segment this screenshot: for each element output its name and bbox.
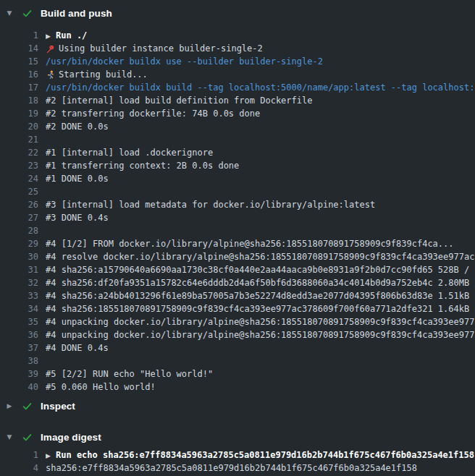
log-section-image-digest: ▼ Image digest 1 ▶Run echo sha256:e7ff88…: [0, 429, 475, 475]
line-number[interactable]: 34: [0, 302, 38, 315]
log-text: ▶Run echo sha256:e7ff8834a5963a2785c5a08…: [46, 449, 475, 462]
log-text: #5 0.060 Hello world!: [46, 381, 475, 394]
line-number[interactable]: 31: [0, 263, 38, 276]
log-text: #4 unpacking docker.io/library/alpine@sh…: [46, 315, 475, 328]
log-line[interactable]: 4 sha256:e7ff8834a5963a2785c5a0811e979d1…: [0, 462, 475, 475]
log-line[interactable]: 14 Using builder instance builder-single…: [0, 42, 475, 55]
success-check-icon: [22, 8, 33, 19]
log-line[interactable]: 36 #4 unpacking docker.io/library/alpine…: [0, 328, 475, 341]
log-line[interactable]: 18 #2 [internal] load build definition f…: [0, 94, 475, 107]
line-number[interactable]: 30: [0, 250, 38, 263]
line-number[interactable]: 27: [0, 211, 38, 224]
log-line[interactable]: 16 Starting build...: [0, 68, 475, 81]
line-number[interactable]: 17: [0, 81, 38, 94]
log-line[interactable]: 29 #4 [1/2] FROM docker.io/library/alpin…: [0, 237, 475, 250]
log-line[interactable]: 39 #5 [2/2] RUN echo "Hello world!": [0, 367, 475, 381]
line-number[interactable]: 4: [0, 462, 38, 475]
log-text: #1 [internal] load .dockerignore: [46, 146, 475, 159]
line-number[interactable]: 19: [0, 107, 38, 120]
log-text: #4 sha256:a24bb4013296f61e89ba57005a7b3e…: [46, 289, 475, 302]
section-header[interactable]: ▼ Build and push: [0, 5, 475, 21]
log-text: #4 sha256:185518070891758909c9f839cf4ca3…: [46, 302, 475, 315]
log-message-text: Starting build...: [59, 69, 148, 80]
log-line[interactable]: 35 #4 unpacking docker.io/library/alpine…: [0, 315, 475, 328]
log-line[interactable]: 30 #4 resolve docker.io/library/alpine@s…: [0, 250, 475, 263]
log-text: [46, 224, 475, 237]
line-number[interactable]: 16: [0, 68, 38, 81]
line-number[interactable]: 24: [0, 172, 38, 185]
log-section-inspect: ▶ Inspect: [0, 398, 475, 414]
line-number[interactable]: 35: [0, 315, 38, 328]
log-text: #3 [internal] load metadata for docker.i…: [46, 198, 475, 211]
log-text: /usr/bin/docker buildx build --tag local…: [46, 81, 475, 94]
line-number[interactable]: 25: [0, 185, 38, 198]
section-header[interactable]: ▶ Inspect: [0, 398, 475, 414]
log-text: #4 unpacking docker.io/library/alpine@sh…: [46, 328, 475, 341]
log-line[interactable]: 40 #5 0.060 Hello world!: [0, 381, 475, 394]
expand-group-icon[interactable]: ▶: [46, 30, 56, 42]
log-line[interactable]: 25: [0, 185, 475, 198]
log-line[interactable]: 1 ▶Run echo sha256:e7ff8834a5963a2785c5a…: [0, 449, 475, 462]
section-chevron-icon[interactable]: ▶: [6, 398, 13, 414]
expand-group-icon[interactable]: ▶: [46, 449, 56, 462]
line-number[interactable]: 1: [0, 29, 38, 42]
log-block: 1 ▶Run echo sha256:e7ff8834a5963a2785c5a…: [0, 445, 475, 475]
log-line[interactable]: 20 #2 DONE 0.0s: [0, 120, 475, 133]
log-message-text: Using builder instance builder-single-2: [59, 43, 263, 54]
runner-icon: [46, 69, 59, 82]
log-text: #4 [1/2] FROM docker.io/library/alpine@s…: [46, 237, 475, 250]
log-text: Starting build...: [46, 68, 475, 81]
line-number[interactable]: 1: [0, 449, 38, 462]
line-number[interactable]: 36: [0, 328, 38, 341]
section-chevron-icon[interactable]: ▼: [6, 429, 13, 445]
log-line[interactable]: 31 #4 sha256:a15790640a6690aa1730c38cf0a…: [0, 263, 475, 276]
log-text: #2 transferring dockerfile: 74B 0.0s don…: [46, 107, 475, 120]
line-number[interactable]: 18: [0, 94, 38, 107]
log-text: #2 DONE 0.0s: [46, 120, 475, 133]
line-number[interactable]: 23: [0, 159, 38, 172]
line-number[interactable]: 28: [0, 224, 38, 237]
line-number[interactable]: 29: [0, 237, 38, 250]
log-text: #2 [internal] load build definition from…: [46, 94, 475, 107]
log-line[interactable]: 33 #4 sha256:a24bb4013296f61e89ba57005a7…: [0, 289, 475, 302]
log-line[interactable]: 24 #1 DONE 0.0s: [0, 172, 475, 185]
log-line[interactable]: 28: [0, 224, 475, 237]
log-line[interactable]: 27 #3 DONE 0.4s: [0, 211, 475, 224]
log-line[interactable]: 22 #1 [internal] load .dockerignore: [0, 146, 475, 159]
pushpin-icon: [46, 43, 59, 56]
log-line[interactable]: 23 #1 transferring context: 2B 0.0s done: [0, 159, 475, 172]
log-line[interactable]: 19 #2 transferring dockerfile: 74B 0.0s …: [0, 107, 475, 120]
log-text: Using builder instance builder-single-2: [46, 42, 475, 55]
section-chevron-icon[interactable]: ▼: [6, 5, 13, 21]
log-line[interactable]: 34 #4 sha256:185518070891758909c9f839cf4…: [0, 302, 475, 315]
line-number[interactable]: 26: [0, 198, 38, 211]
line-number[interactable]: 21: [0, 133, 38, 146]
section-header[interactable]: ▼ Image digest: [0, 429, 475, 445]
line-number[interactable]: 40: [0, 381, 38, 394]
log-line[interactable]: 38: [0, 354, 475, 367]
log-text: #4 sha256:a15790640a6690aa1730c38cf0a440…: [46, 263, 475, 276]
log-text: #1 transferring context: 2B 0.0s done: [46, 159, 475, 172]
success-check-icon: [22, 401, 33, 412]
log-line[interactable]: 1 ▶Run ./: [0, 29, 475, 42]
section-title: Build and push: [41, 8, 112, 19]
line-number[interactable]: 22: [0, 146, 38, 159]
log-section-build-and-push: ▼ Build and push 1 ▶Run ./ 14 Using buil…: [0, 5, 475, 398]
log-line[interactable]: 15 /usr/bin/docker buildx use --builder …: [0, 55, 475, 68]
actions-log-viewer: ▼ Build and push 1 ▶Run ./ 14 Using buil…: [0, 5, 475, 476]
log-line[interactable]: 21: [0, 133, 475, 146]
line-number[interactable]: 32: [0, 276, 38, 289]
line-number[interactable]: 39: [0, 367, 38, 381]
log-line[interactable]: 26 #3 [internal] load metadata for docke…: [0, 198, 475, 211]
line-number[interactable]: 20: [0, 120, 38, 133]
log-line[interactable]: 32 #4 sha256:df20fa9351a15782c64e6dddb2d…: [0, 276, 475, 289]
line-number[interactable]: 38: [0, 354, 38, 367]
log-line[interactable]: 17 /usr/bin/docker buildx build --tag lo…: [0, 81, 475, 94]
line-number[interactable]: 37: [0, 341, 38, 354]
log-text: #4 resolve docker.io/library/alpine@sha2…: [46, 250, 475, 263]
line-number[interactable]: 15: [0, 55, 38, 68]
line-number[interactable]: 33: [0, 289, 38, 302]
log-line[interactable]: 37 #4 DONE 0.4s: [0, 341, 475, 354]
line-number[interactable]: 14: [0, 42, 38, 55]
log-text: [46, 354, 475, 367]
